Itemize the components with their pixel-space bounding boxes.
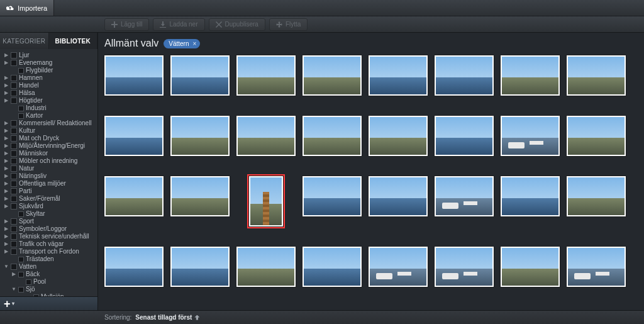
- tree-node[interactable]: ▶Mat och Dryck: [0, 135, 97, 142]
- checkbox[interactable]: [11, 75, 17, 81]
- thumbnail[interactable]: [435, 247, 494, 287]
- tree-node[interactable]: ▶Miljö/Återvinning/Energi: [0, 142, 97, 150]
- checkbox[interactable]: [11, 218, 17, 225]
- thumbnail[interactable]: [170, 176, 230, 216]
- thumbnail[interactable]: [567, 116, 626, 156]
- checkbox[interactable]: [11, 135, 17, 142]
- checkbox[interactable]: [11, 120, 17, 126]
- add-button[interactable]: Lägg till: [104, 18, 149, 31]
- tree-node[interactable]: ▶Människor: [0, 150, 97, 157]
- thumbnail[interactable]: [170, 55, 230, 96]
- import-button[interactable]: Importera: [0, 0, 54, 16]
- tree-node[interactable]: ▶Transport och Fordon: [0, 248, 97, 255]
- thumbnail[interactable]: [303, 247, 362, 287]
- checkbox[interactable]: [11, 128, 17, 134]
- tree-node[interactable]: ▶Parti: [0, 187, 97, 195]
- thumbnail[interactable]: [104, 55, 164, 96]
- thumbnail[interactable]: [435, 55, 494, 96]
- checkbox[interactable]: [11, 188, 17, 194]
- thumbnail[interactable]: [369, 116, 428, 156]
- thumbnail[interactable]: [170, 116, 230, 156]
- thumbnail[interactable]: [104, 247, 164, 287]
- checkbox[interactable]: [11, 158, 17, 164]
- tree-node[interactable]: ▶Symboler/Loggor: [0, 225, 97, 233]
- tree-node[interactable]: ▶Handel: [0, 82, 97, 89]
- checkbox[interactable]: [11, 98, 17, 104]
- tree-node[interactable]: ▶Offentliga miljöer: [0, 180, 97, 187]
- thumbnail[interactable]: [303, 176, 362, 216]
- tree-node[interactable]: Skyltar: [0, 210, 97, 218]
- thumbnail[interactable]: [501, 55, 560, 96]
- checkbox[interactable]: [18, 68, 24, 74]
- tree-node[interactable]: ▶Ljur: [0, 52, 97, 59]
- checkbox[interactable]: [11, 165, 17, 172]
- thumbnail[interactable]: [104, 116, 164, 156]
- tree-node[interactable]: ▶Möbler och inredning: [0, 157, 97, 165]
- filter-tag[interactable]: Vättern ×: [164, 39, 200, 48]
- tree-node[interactable]: ▶Saker/Föremål: [0, 195, 97, 203]
- thumbnail[interactable]: [369, 176, 428, 216]
- checkbox[interactable]: [11, 143, 17, 149]
- tab-categories[interactable]: KATEGORIER: [0, 33, 49, 49]
- thumbnail[interactable]: [567, 247, 626, 287]
- checkbox[interactable]: [11, 264, 17, 270]
- checkbox[interactable]: [11, 52, 17, 59]
- tree-node[interactable]: ▶Högtider: [0, 97, 97, 104]
- unpublish-button[interactable]: Dupublisera: [209, 18, 265, 31]
- checkbox[interactable]: [11, 173, 17, 179]
- checkbox[interactable]: [26, 279, 31, 285]
- thumbnail[interactable]: [567, 55, 626, 96]
- thumbnail[interactable]: [435, 116, 494, 156]
- thumbnail[interactable]: [501, 116, 560, 156]
- tree-node[interactable]: ▼Sjö: [0, 286, 97, 293]
- checkbox[interactable]: [18, 257, 24, 262]
- tree-node[interactable]: ▶Sjukvård: [0, 203, 97, 210]
- move-button[interactable]: Flytta: [269, 18, 308, 31]
- thumbnail[interactable]: [236, 116, 296, 156]
- checkbox[interactable]: [11, 203, 17, 209]
- thumbnail[interactable]: [567, 176, 626, 216]
- thumbnail[interactable]: [501, 247, 560, 287]
- thumbnail[interactable]: [249, 176, 283, 226]
- thumbnail[interactable]: [170, 247, 230, 287]
- thumbnail[interactable]: [369, 55, 428, 96]
- tree-node[interactable]: ▶Trafik och vägar: [0, 240, 97, 248]
- tree-node[interactable]: ▶Natur: [0, 165, 97, 172]
- thumbnail[interactable]: [236, 55, 296, 96]
- download-button[interactable]: Ladda ner: [153, 18, 204, 31]
- tree-node[interactable]: ▶Kultur: [0, 127, 97, 135]
- checkbox[interactable]: [11, 60, 17, 66]
- tree-node[interactable]: ▼Vatten: [0, 263, 97, 271]
- checkbox[interactable]: [18, 211, 24, 217]
- thumbnail[interactable]: [369, 247, 428, 287]
- checkbox[interactable]: [11, 150, 17, 157]
- tree-node[interactable]: Trästaden: [0, 255, 97, 263]
- tree-node[interactable]: ▶Teknisk service/underhåll: [0, 233, 97, 240]
- thumbnail[interactable]: [236, 247, 296, 287]
- checkbox[interactable]: [11, 241, 17, 247]
- thumbnail[interactable]: [303, 55, 362, 96]
- checkbox[interactable]: [11, 82, 17, 89]
- tree-node[interactable]: ▶Hamnen: [0, 74, 97, 82]
- thumbnail[interactable]: [303, 116, 362, 156]
- tree-node[interactable]: ▶Hälsa: [0, 89, 97, 97]
- thumbnail[interactable]: [104, 176, 164, 216]
- close-icon[interactable]: ×: [193, 40, 197, 47]
- checkbox[interactable]: [11, 233, 17, 240]
- thumbnail[interactable]: [501, 176, 560, 216]
- sort-selector[interactable]: Senast tillagd först: [135, 314, 192, 321]
- checkbox[interactable]: [18, 106, 24, 111]
- checkbox[interactable]: [11, 249, 17, 255]
- thumbnail[interactable]: [435, 176, 494, 216]
- checkbox[interactable]: [11, 181, 17, 187]
- add-category-button[interactable]: + ▾: [0, 296, 97, 310]
- checkbox[interactable]: [18, 113, 24, 119]
- tree-node[interactable]: Flygbilder: [0, 67, 97, 74]
- tab-library[interactable]: BIBLIOTEK: [49, 33, 98, 49]
- tree-node[interactable]: Industri: [0, 104, 97, 112]
- tree-node[interactable]: Kartor: [0, 112, 97, 120]
- tree-node[interactable]: Pool: [0, 278, 97, 286]
- tree-node[interactable]: ▶Sport: [0, 218, 97, 225]
- checkbox[interactable]: [11, 90, 17, 96]
- tree-node[interactable]: ▶Bäck: [0, 271, 97, 278]
